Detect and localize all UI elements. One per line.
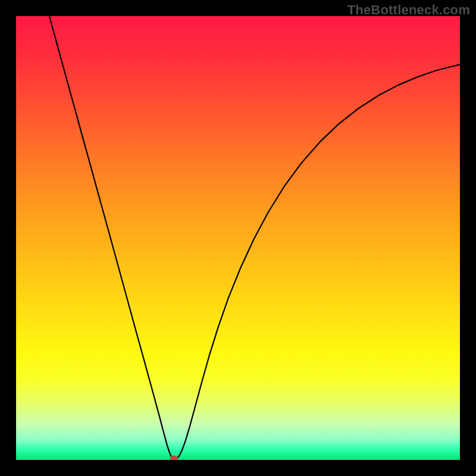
- watermark-text: TheBottleneck.com: [347, 2, 470, 18]
- chart-frame: TheBottleneck.com: [0, 0, 476, 476]
- plot-area: [16, 16, 460, 460]
- bottleneck-curve: [49, 16, 460, 459]
- plot-svg: [16, 16, 460, 460]
